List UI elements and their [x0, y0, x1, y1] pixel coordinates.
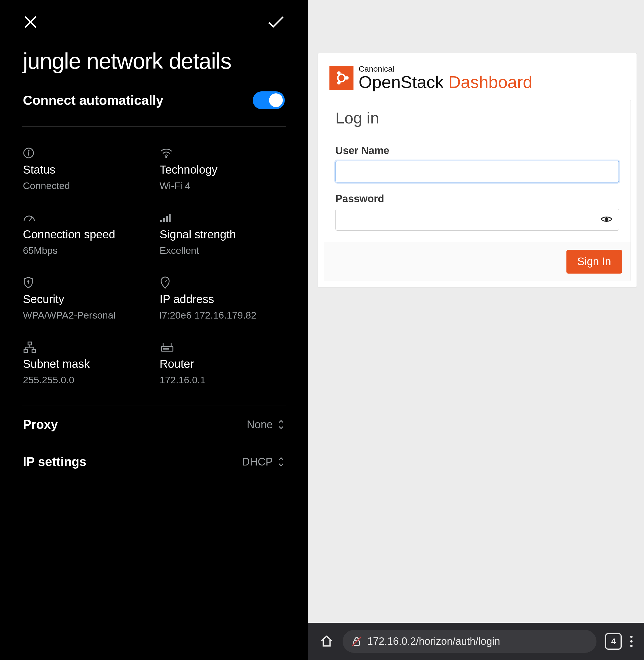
- stats-grid: Status Connected Technology Wi-Fi 4 Conn…: [23, 127, 285, 405]
- username-input[interactable]: [336, 161, 619, 182]
- top-spacer: [308, 0, 644, 53]
- wifi-icon: [160, 147, 285, 159]
- stat-signal: Signal strength Excellent: [160, 212, 285, 256]
- svg-point-17: [345, 76, 349, 80]
- svg-rect-10: [24, 350, 27, 352]
- svg-point-1: [28, 150, 29, 151]
- close-icon: [23, 14, 38, 30]
- svg-rect-9: [28, 342, 31, 345]
- login-fields: User Name Password: [324, 136, 630, 242]
- stat-label: Signal strength: [160, 228, 285, 241]
- stat-label: Connection speed: [23, 228, 148, 241]
- stat-label: Technology: [160, 163, 285, 176]
- proxy-row[interactable]: Proxy None: [23, 406, 285, 443]
- svg-point-20: [605, 218, 608, 221]
- toggle-knob: [269, 93, 283, 107]
- password-input[interactable]: [336, 209, 619, 230]
- url-text: 172.16.0.2/horizon/auth/login: [367, 635, 500, 647]
- insecure-lock-icon: [351, 636, 362, 647]
- login-title: Log in: [324, 100, 630, 136]
- ip-settings-row[interactable]: IP settings DHCP: [23, 443, 285, 480]
- proxy-value-picker[interactable]: None: [247, 419, 285, 431]
- stat-technology: Technology Wi-Fi 4: [160, 147, 285, 191]
- svg-point-18: [337, 71, 341, 75]
- stat-label: IP address: [160, 293, 285, 306]
- ubuntu-logo-icon: [333, 70, 350, 86]
- login-body: Log in User Name Password Sign I: [324, 100, 631, 281]
- info-icon: [23, 147, 148, 159]
- stat-value: 172.16.0.1: [160, 374, 285, 386]
- eye-icon: [601, 215, 612, 223]
- svg-point-14: [165, 349, 166, 350]
- stat-speed: Connection speed 65Mbps: [23, 212, 148, 256]
- signal-bars-icon: [160, 212, 285, 224]
- stat-ip: IP IP address l7:20e6 172.16.179.82: [160, 276, 285, 321]
- dots-icon: [630, 636, 632, 638]
- browser-bottom-bar: 172.16.0.2/horizon/auth/login 4: [308, 623, 644, 660]
- brand-small: Canonical: [359, 65, 532, 73]
- dots-icon: [630, 645, 632, 647]
- svg-point-7: [28, 281, 29, 282]
- brand-main-1: OpenStack: [359, 72, 448, 92]
- stat-value: 255.255.0.0: [23, 374, 148, 386]
- signin-button[interactable]: Sign In: [567, 250, 622, 273]
- svg-point-2: [166, 156, 167, 157]
- ip-settings-value-picker[interactable]: DHCP: [242, 456, 285, 468]
- network-tree-icon: [23, 341, 148, 353]
- proxy-value: None: [247, 419, 273, 431]
- ip-settings-label: IP settings: [23, 455, 87, 469]
- connect-auto-row[interactable]: Connect automatically: [23, 91, 285, 109]
- home-button[interactable]: [319, 633, 334, 650]
- stat-label: Router: [160, 357, 285, 370]
- svg-point-19: [337, 81, 341, 85]
- svg-rect-11: [32, 350, 36, 352]
- stat-label: Subnet mask: [23, 357, 148, 370]
- username-label: User Name: [336, 145, 619, 157]
- svg-point-13: [163, 349, 164, 350]
- tabs-button[interactable]: 4: [605, 633, 622, 650]
- password-field-wrap: [336, 209, 619, 230]
- browser-pane: Canonical OpenStack Dashboard Log in Use…: [308, 0, 644, 660]
- tab-count-value: 4: [611, 637, 616, 646]
- brand-main: OpenStack Dashboard: [359, 73, 532, 91]
- openstack-login-card: Canonical OpenStack Dashboard Log in Use…: [318, 53, 637, 287]
- show-password-button[interactable]: [601, 215, 612, 224]
- home-icon: [319, 633, 334, 648]
- stat-label: Status: [23, 163, 148, 176]
- brand-main-2: Dashboard: [448, 72, 533, 92]
- svg-rect-4: [163, 218, 165, 222]
- brand-row: Canonical OpenStack Dashboard: [318, 53, 637, 100]
- address-bar[interactable]: 172.16.0.2/horizon/auth/login: [343, 630, 597, 653]
- page-viewport: Canonical OpenStack Dashboard Log in Use…: [308, 0, 644, 623]
- page-title: jungle network details: [23, 48, 285, 74]
- brand-text: Canonical OpenStack Dashboard: [359, 65, 532, 91]
- stat-value: 65Mbps: [23, 245, 148, 256]
- close-button[interactable]: [23, 14, 38, 31]
- proxy-label: Proxy: [23, 417, 58, 432]
- stat-status: Status Connected: [23, 147, 148, 191]
- svg-rect-3: [160, 220, 162, 222]
- svg-point-15: [167, 349, 168, 350]
- password-label: Password: [336, 193, 619, 205]
- connect-auto-toggle[interactable]: [253, 91, 285, 109]
- stat-value: WPA/WPA2-Personal: [23, 310, 148, 321]
- stat-value: Wi-Fi 4: [160, 180, 285, 191]
- stat-subnet: Subnet mask 255.255.0.0: [23, 341, 148, 386]
- menu-button[interactable]: [630, 636, 632, 647]
- wifi-details-panel: jungle network details Connect automatic…: [0, 0, 308, 660]
- svg-rect-6: [169, 214, 170, 222]
- stat-label: Security: [23, 293, 148, 306]
- svg-text:IP: IP: [163, 279, 167, 283]
- confirm-button[interactable]: [267, 15, 285, 30]
- ubuntu-logo: [329, 66, 353, 90]
- speedometer-icon: [23, 212, 148, 224]
- top-action-bar: [23, 14, 285, 31]
- login-footer: Sign In: [324, 242, 630, 281]
- router-icon: [160, 341, 285, 353]
- stat-router: Router 172.16.0.1: [160, 341, 285, 386]
- stat-value: Connected: [23, 180, 148, 191]
- expand-icon: [277, 456, 285, 467]
- connect-auto-label: Connect automatically: [23, 92, 163, 108]
- stat-value: Excellent: [160, 245, 285, 256]
- expand-icon: [277, 419, 285, 430]
